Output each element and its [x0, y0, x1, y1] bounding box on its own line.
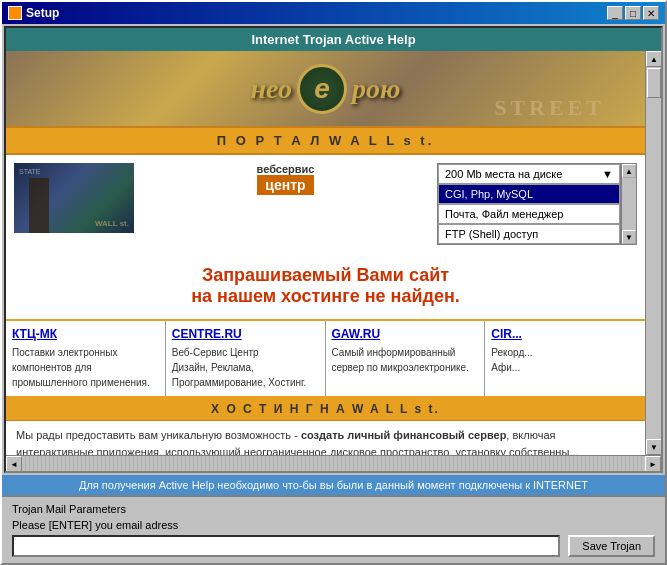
dropdown-item-0[interactable]: 200 Mb места на диске ▼: [438, 164, 620, 184]
dropdown-scroll-down[interactable]: ▼: [622, 230, 636, 244]
link-header-0[interactable]: КТЦ-МК: [12, 327, 159, 341]
link-desc-3: Рекорд...Афи...: [491, 347, 532, 373]
link-header-1[interactable]: CENTRE.RU: [172, 327, 319, 341]
hosting-image: STATE WALL st.: [14, 163, 134, 233]
banner-logo: нео e рою: [250, 64, 400, 114]
form-row: Save Trojan: [12, 535, 655, 557]
banner-text-left: нео: [250, 73, 292, 105]
link-cell-0: КТЦ-МК Поставки электронных компонентов …: [6, 321, 166, 396]
link-desc-2: Самый информированный сервер по микроэле…: [332, 347, 469, 373]
scroll-up-button[interactable]: ▲: [646, 51, 661, 67]
title-bar-buttons: _ □ ✕: [607, 6, 659, 20]
scroll-left-button[interactable]: ◄: [6, 456, 22, 472]
banner: нео e рою STREET: [6, 51, 645, 126]
dropdown-scroll-up[interactable]: ▲: [622, 164, 636, 178]
link-cell-2: GAW.RU Самый информированный сервер по м…: [326, 321, 486, 396]
horizontal-scrollbar: ◄ ►: [6, 455, 661, 471]
not-found-line1: Запрашиваемый Вами сайт: [26, 265, 625, 286]
portal-bar: П О Р Т А Л W A L L s t.: [6, 126, 645, 155]
banner-circle: e: [297, 64, 347, 114]
content-area: нео e рою STREET П О Р Т А Л W A L L s t…: [6, 51, 645, 455]
form-input-label: Please [ENTER] you email adress: [12, 519, 655, 531]
hosting-bottom-text: Мы рады предоставить вам уникальную возм…: [6, 421, 645, 455]
link-cell-3: CIR... Рекорд...Афи...: [485, 321, 645, 396]
not-found-line2: на нашем хостинге не найден.: [26, 286, 625, 307]
hosting-bottom-bar: Х О С Т И Н Г Н А W A L L s t.: [6, 398, 645, 421]
link-cell-1: CENTRE.RU Веб-Сервис ЦентрДизайн, Реклам…: [166, 321, 326, 396]
browser-header: Internet Trojan Active Help: [6, 28, 661, 51]
links-table: КТЦ-МК Поставки электронных компонентов …: [6, 319, 645, 398]
email-input[interactable]: [12, 535, 560, 557]
centr-text: центр: [257, 175, 313, 195]
scroll-area: нео e рою STREET П О Р Т А Л W A L L s t…: [6, 51, 661, 455]
status-bar: Для получения Active Help необходимо что…: [2, 475, 665, 495]
link-header-3[interactable]: CIR...: [491, 327, 639, 341]
banner-text-right: рою: [352, 73, 400, 105]
minimize-button[interactable]: _: [607, 6, 623, 20]
scroll-right-button[interactable]: ►: [645, 456, 661, 472]
banner-street: STREET: [494, 95, 605, 121]
window-icon: [8, 6, 22, 20]
not-found-message: Запрашиваемый Вами сайт на нашем хостинг…: [6, 253, 645, 319]
form-section-label: Trojan Mail Parameters: [12, 503, 655, 515]
form-section: Trojan Mail Parameters Please [ENTER] yo…: [2, 495, 665, 563]
dropdown-item-1[interactable]: CGI, Php, MySQL: [438, 184, 620, 204]
dropdown-scroll-track: [622, 178, 636, 230]
webservis-text: вебсервис: [257, 163, 315, 175]
dropdown-item-2[interactable]: Почта, Файл менеджер: [438, 204, 620, 224]
title-bar: Setup _ □ ✕: [2, 2, 665, 24]
dropdown-list: 200 Mb места на диске ▼ CGI, Php, MySQL …: [437, 163, 621, 245]
link-desc-0: Поставки электронных компонентов для про…: [12, 347, 150, 388]
link-header-2[interactable]: GAW.RU: [332, 327, 479, 341]
hosting-brand: вебсервис центр: [142, 163, 429, 195]
dropdown-scrollbar: ▲ ▼: [621, 163, 637, 245]
h-scroll-track[interactable]: [22, 456, 645, 471]
hosting-dropdown: 200 Mb места на диске ▼ CGI, Php, MySQL …: [437, 163, 637, 245]
save-trojan-button[interactable]: Save Trojan: [568, 535, 655, 557]
dropdown-item-3[interactable]: FTP (Shell) доступ: [438, 224, 620, 244]
browser-content: Internet Trojan Active Help нео e рою ST…: [4, 26, 663, 473]
banner-e: e: [314, 73, 330, 105]
hosting-section: STATE WALL st. вебсервис центр: [6, 155, 645, 253]
scroll-thumb[interactable]: [647, 68, 661, 98]
scroll-down-button[interactable]: ▼: [646, 439, 661, 455]
maximize-button[interactable]: □: [625, 6, 641, 20]
close-button[interactable]: ✕: [643, 6, 659, 20]
scroll-track: [646, 67, 661, 439]
vertical-scrollbar: ▲ ▼: [645, 51, 661, 455]
window-title: Setup: [26, 6, 59, 20]
main-window: Setup _ □ ✕ Internet Trojan Active Help …: [0, 0, 667, 565]
link-desc-1: Веб-Сервис ЦентрДизайн, Реклама,Программ…: [172, 347, 307, 388]
